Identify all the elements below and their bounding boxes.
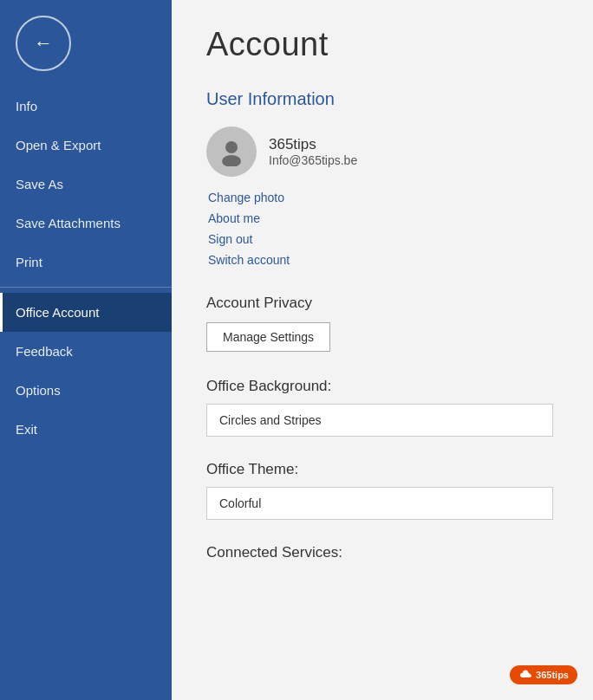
sidebar-item-print-label: Print [16, 255, 42, 269]
sidebar-item-options[interactable]: Options [0, 371, 172, 410]
manage-settings-button[interactable]: Manage Settings [206, 322, 330, 352]
sidebar-item-open-export-label: Open & Export [16, 138, 101, 152]
avatar [206, 126, 257, 177]
sidebar-item-office-account[interactable]: Office Account [0, 293, 172, 332]
back-arrow-icon: ← [34, 34, 53, 53]
user-email: Info@365tips.be [269, 153, 357, 167]
sign-out-link[interactable]: Sign out [208, 232, 558, 246]
user-links: Change photo About me Sign out Switch ac… [208, 191, 558, 267]
sidebar-item-feedback[interactable]: Feedback [0, 332, 172, 371]
sidebar-item-print[interactable]: Print [0, 243, 172, 282]
user-name: 365tips [269, 136, 357, 153]
user-text: 365tips Info@365tips.be [269, 136, 357, 167]
user-information-title: User Information [206, 89, 558, 109]
switch-account-link[interactable]: Switch account [208, 253, 558, 267]
watermark-cloud: 365tips [510, 665, 577, 684]
about-me-link[interactable]: About me [208, 211, 558, 225]
sidebar-item-options-label: Options [16, 383, 61, 398]
office-theme-label: Office Theme: [206, 461, 558, 478]
svg-point-0 [225, 141, 238, 153]
office-background-label: Office Background: [206, 378, 558, 395]
person-icon [217, 137, 246, 166]
cloud-icon [518, 670, 532, 680]
sidebar: ← Info Open & Export Save As Save Attach… [0, 0, 172, 700]
sidebar-item-feedback-label: Feedback [16, 344, 73, 359]
back-button[interactable]: ← [16, 16, 71, 71]
sidebar-item-save-attachments[interactable]: Save Attachments [0, 204, 172, 243]
sidebar-item-open-export[interactable]: Open & Export [0, 126, 172, 165]
watermark: 365tips [510, 665, 577, 684]
sidebar-item-info[interactable]: Info [0, 87, 172, 126]
sidebar-item-office-account-label: Office Account [16, 305, 99, 320]
svg-point-1 [222, 155, 241, 166]
sidebar-item-exit-label: Exit [16, 422, 37, 437]
sidebar-item-exit[interactable]: Exit [0, 410, 172, 449]
change-photo-link[interactable]: Change photo [208, 191, 558, 204]
sidebar-item-save-as[interactable]: Save As [0, 165, 172, 204]
sidebar-item-save-attachments-label: Save Attachments [16, 216, 121, 230]
account-privacy-heading: Account Privacy [206, 295, 558, 312]
office-background-value: Circles and Stripes [206, 404, 553, 437]
connected-services-title: Connected Services: [206, 544, 558, 561]
main-content: Account User Information 365tips Info@36… [172, 0, 593, 700]
user-info-row: 365tips Info@365tips.be [206, 126, 558, 177]
watermark-text: 365tips [536, 670, 569, 680]
page-title: Account [206, 26, 558, 63]
sidebar-item-save-as-label: Save As [16, 177, 63, 191]
sidebar-divider [0, 287, 172, 288]
sidebar-nav: Info Open & Export Save As Save Attachme… [0, 87, 172, 700]
sidebar-item-info-label: Info [16, 99, 37, 113]
office-theme-value: Colorful [206, 487, 553, 520]
